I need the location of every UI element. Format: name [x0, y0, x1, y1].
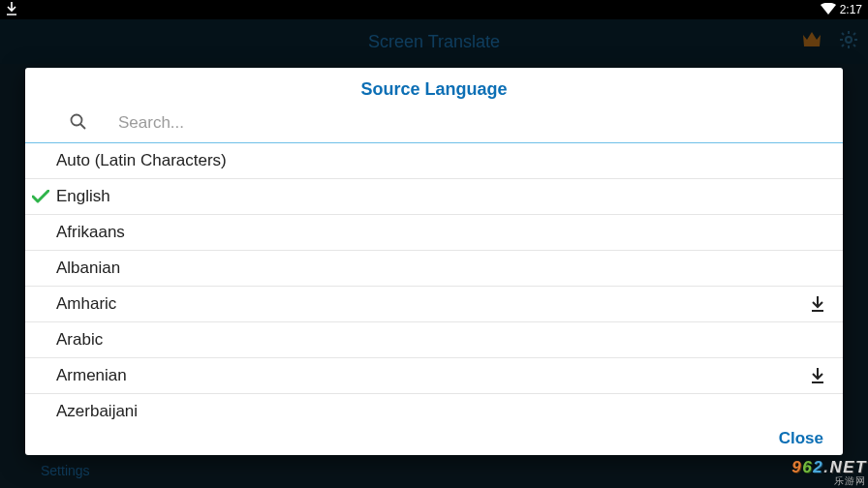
download-icon[interactable]: [810, 295, 825, 313]
language-item[interactable]: Afrikaans: [25, 215, 843, 251]
download-icon[interactable]: [810, 367, 825, 384]
language-label: English: [56, 187, 825, 206]
status-left: [6, 2, 17, 18]
language-label: Amharic: [56, 294, 810, 314]
check-icon: [25, 190, 56, 203]
language-item[interactable]: Auto (Latin Characters): [25, 143, 843, 179]
status-time: 2:17: [840, 3, 862, 16]
crown-icon[interactable]: [802, 32, 822, 52]
settings-heading: Settings: [41, 463, 90, 478]
search-input[interactable]: [70, 113, 825, 133]
app-actions: [802, 30, 858, 54]
language-label: Auto (Latin Characters): [56, 151, 825, 170]
svg-point-0: [846, 37, 852, 43]
wifi-icon: [821, 3, 836, 17]
status-bar: 2:17: [0, 0, 868, 19]
language-item[interactable]: Albanian: [25, 251, 843, 287]
language-item[interactable]: Azerbaijani: [25, 394, 843, 422]
dialog-footer: Close: [25, 422, 843, 455]
language-item[interactable]: Armenian: [25, 358, 843, 394]
app-title: Screen Translate: [368, 32, 500, 52]
language-item[interactable]: English: [25, 179, 843, 215]
svg-point-1: [72, 115, 82, 126]
language-item[interactable]: Amharic: [25, 287, 843, 322]
language-item[interactable]: Arabic: [25, 322, 843, 358]
language-label: Afrikaans: [56, 223, 825, 242]
language-label: Azerbaijani: [56, 402, 825, 421]
download-icon: [6, 2, 17, 18]
close-button[interactable]: Close: [779, 429, 823, 448]
search-row: [25, 109, 843, 138]
dialog-title: Source Language: [25, 68, 843, 109]
language-label: Albanian: [56, 259, 825, 278]
status-right: 2:17: [821, 3, 862, 17]
language-list[interactable]: Auto (Latin Characters)EnglishAfrikaansA…: [25, 143, 843, 422]
language-label: Armenian: [56, 366, 810, 385]
language-label: Arabic: [56, 330, 825, 350]
svg-line-2: [80, 124, 85, 129]
settings-icon[interactable]: [839, 30, 858, 54]
app-header: Screen Translate: [0, 19, 868, 64]
search-icon: [70, 113, 87, 135]
source-language-dialog: Source Language Auto (Latin Characters)E…: [25, 68, 843, 455]
